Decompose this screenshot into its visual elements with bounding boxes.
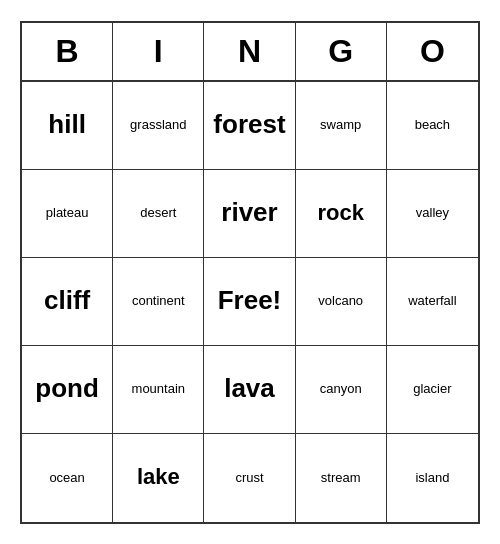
bingo-card: BINGO hillgrasslandforestswampbeachplate… — [20, 21, 480, 524]
cell-text-14: waterfall — [408, 293, 456, 309]
cell-text-4: beach — [415, 117, 450, 133]
cell-text-23: stream — [321, 470, 361, 486]
cell-text-13: volcano — [318, 293, 363, 309]
bingo-cell-23: stream — [296, 434, 387, 522]
bingo-cell-24: island — [387, 434, 478, 522]
bingo-cell-0: hill — [22, 82, 113, 170]
bingo-cell-21: lake — [113, 434, 204, 522]
cell-text-8: rock — [317, 200, 363, 226]
bingo-cell-12: Free! — [204, 258, 295, 346]
cell-text-3: swamp — [320, 117, 361, 133]
bingo-cell-19: glacier — [387, 346, 478, 434]
bingo-cell-6: desert — [113, 170, 204, 258]
cell-text-22: crust — [235, 470, 263, 486]
cell-text-20: ocean — [49, 470, 84, 486]
bingo-cell-5: plateau — [22, 170, 113, 258]
header-letter-O: O — [387, 23, 478, 80]
cell-text-0: hill — [48, 109, 86, 140]
cell-text-10: cliff — [44, 285, 90, 316]
bingo-cell-14: waterfall — [387, 258, 478, 346]
header-letter-G: G — [296, 23, 387, 80]
bingo-cell-15: pond — [22, 346, 113, 434]
cell-text-17: lava — [224, 373, 275, 404]
bingo-cell-22: crust — [204, 434, 295, 522]
bingo-cell-1: grassland — [113, 82, 204, 170]
bingo-cell-10: cliff — [22, 258, 113, 346]
cell-text-5: plateau — [46, 205, 89, 221]
cell-text-1: grassland — [130, 117, 186, 133]
bingo-cell-3: swamp — [296, 82, 387, 170]
cell-text-2: forest — [213, 109, 285, 140]
bingo-cell-17: lava — [204, 346, 295, 434]
cell-text-19: glacier — [413, 381, 451, 397]
bingo-cell-11: continent — [113, 258, 204, 346]
bingo-grid: hillgrasslandforestswampbeachplateaudese… — [22, 82, 478, 522]
header-letter-B: B — [22, 23, 113, 80]
bingo-cell-2: forest — [204, 82, 295, 170]
bingo-cell-20: ocean — [22, 434, 113, 522]
cell-text-7: river — [221, 197, 277, 228]
cell-text-6: desert — [140, 205, 176, 221]
cell-text-18: canyon — [320, 381, 362, 397]
bingo-cell-13: volcano — [296, 258, 387, 346]
cell-text-16: mountain — [132, 381, 185, 397]
bingo-header: BINGO — [22, 23, 478, 82]
cell-text-9: valley — [416, 205, 449, 221]
cell-text-21: lake — [137, 464, 180, 490]
cell-text-15: pond — [35, 373, 99, 404]
cell-text-11: continent — [132, 293, 185, 309]
bingo-cell-9: valley — [387, 170, 478, 258]
cell-text-24: island — [415, 470, 449, 486]
bingo-cell-18: canyon — [296, 346, 387, 434]
bingo-cell-16: mountain — [113, 346, 204, 434]
bingo-cell-8: rock — [296, 170, 387, 258]
bingo-cell-7: river — [204, 170, 295, 258]
bingo-cell-4: beach — [387, 82, 478, 170]
header-letter-I: I — [113, 23, 204, 80]
cell-text-12: Free! — [218, 285, 282, 316]
header-letter-N: N — [204, 23, 295, 80]
